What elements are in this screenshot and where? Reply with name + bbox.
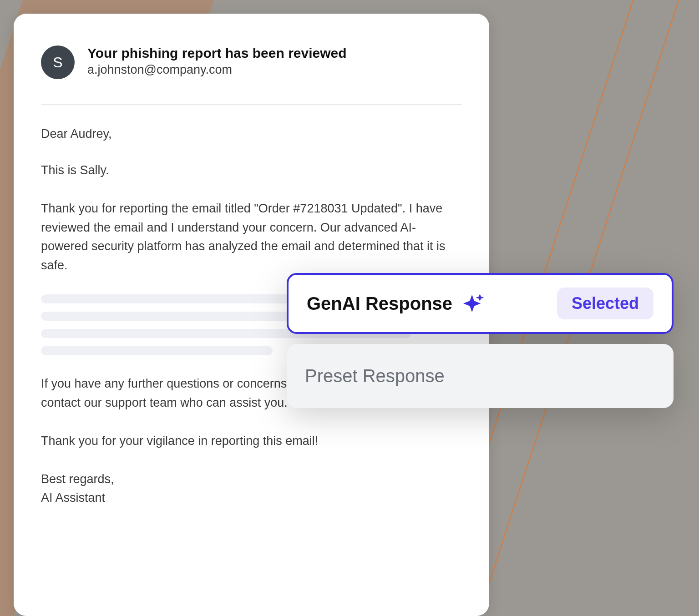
email-signoff: Best regards, xyxy=(41,470,462,489)
option-preset-response[interactable]: Preset Response xyxy=(287,344,674,408)
email-signature: AI Assistant xyxy=(41,489,462,508)
sender-avatar: S xyxy=(41,45,75,79)
response-type-dropdown: GenAI Response Selected Preset Response xyxy=(287,273,674,418)
header-divider xyxy=(41,104,462,105)
email-header: S Your phishing report has been reviewed… xyxy=(41,45,462,79)
option-label: Preset Response xyxy=(305,366,445,386)
email-subject: Your phishing report has been reviewed xyxy=(87,45,347,61)
email-greeting: Dear Audrey, xyxy=(41,125,462,144)
email-header-text: Your phishing report has been reviewed a… xyxy=(87,45,347,77)
option-genai-response[interactable]: GenAI Response Selected xyxy=(287,273,674,334)
placeholder-line xyxy=(41,346,273,355)
email-paragraph-1: Thank you for reporting the email titled… xyxy=(41,199,462,275)
email-thanks: Thank you for your vigilance in reportin… xyxy=(41,432,462,451)
selected-badge: Selected xyxy=(557,288,653,319)
email-intro: This is Sally. xyxy=(41,161,462,180)
email-from: a.johnston@company.com xyxy=(87,63,347,77)
option-label: GenAI Response xyxy=(307,293,452,314)
sparkle-icon xyxy=(463,293,484,314)
